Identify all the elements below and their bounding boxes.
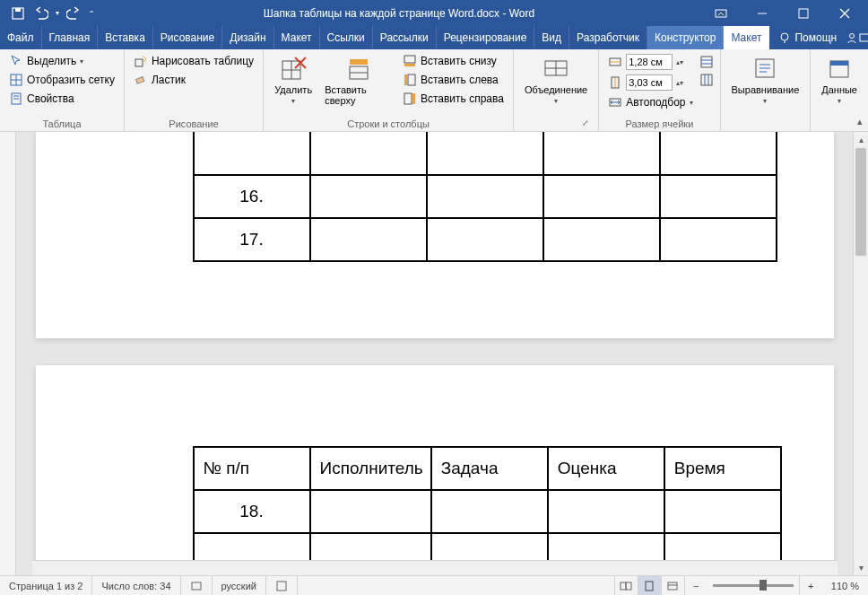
maximize-icon[interactable] xyxy=(784,1,823,26)
group-label: Рисование xyxy=(130,117,257,131)
tab-mailings[interactable]: Рассылки xyxy=(373,26,437,49)
svg-rect-4 xyxy=(799,9,808,18)
insert-left-button[interactable]: Вставить слева xyxy=(399,71,508,89)
account-icon[interactable] xyxy=(858,26,868,49)
svg-rect-58 xyxy=(668,582,677,590)
svg-rect-44 xyxy=(701,74,712,85)
scroll-up-icon[interactable]: ▴ xyxy=(854,132,868,147)
table-row[interactable]: 18. xyxy=(194,490,781,533)
web-layout-button[interactable] xyxy=(661,576,684,596)
tab-design[interactable]: Дизайн xyxy=(222,26,273,49)
distribute-cols-button[interactable] xyxy=(699,72,715,88)
zoom-level-status[interactable]: 110 % xyxy=(822,576,868,595)
svg-rect-32 xyxy=(412,93,415,104)
document-table[interactable]: № п/п Исполнитель Задача Оценка Время 18… xyxy=(193,446,782,575)
macro-status[interactable] xyxy=(266,576,298,595)
tab-layout[interactable]: Макет xyxy=(274,26,320,49)
data-icon xyxy=(825,54,854,83)
insert-above-button[interactable]: Вставить сверху xyxy=(319,52,397,117)
word-count-status[interactable]: Число слов: 34 xyxy=(92,576,180,595)
collapse-ribbon-icon[interactable]: ▴ xyxy=(857,116,863,127)
scroll-thumb[interactable] xyxy=(855,148,866,256)
merge-button[interactable]: Объединение▾ xyxy=(519,52,593,117)
select-button[interactable]: Выделить▾ xyxy=(5,52,118,70)
eraser-button[interactable]: Ластик xyxy=(130,71,257,89)
group-rows-columns: Удалить▾ Вставить сверху Вставить снизу … xyxy=(264,49,514,131)
tab-table-layout[interactable]: Макет xyxy=(724,26,769,49)
tell-me-button[interactable]: Помощн xyxy=(769,26,846,49)
delete-button[interactable]: Удалить▾ xyxy=(269,52,317,117)
zoom-thumb[interactable] xyxy=(760,580,767,591)
document-pages[interactable]: 16. 17. № п/п Исполнитель Задача Оценка … xyxy=(16,132,853,575)
zoom-out-button[interactable]: − xyxy=(684,576,707,596)
properties-button[interactable]: Свойства xyxy=(5,90,118,108)
height-input[interactable] xyxy=(626,54,673,70)
tab-references[interactable]: Ссылки xyxy=(320,26,373,49)
tab-view[interactable]: Вид xyxy=(534,26,569,49)
insert-right-button[interactable]: Вставить справа xyxy=(399,90,508,108)
insert-below-button[interactable]: Вставить снизу xyxy=(399,52,508,70)
undo-dropdown-icon[interactable]: ▾ xyxy=(54,9,61,17)
spell-check-status[interactable] xyxy=(181,576,213,595)
tab-home[interactable]: Главная xyxy=(42,26,99,49)
zoom-slider[interactable] xyxy=(713,584,794,587)
data-button[interactable]: Данные▾ xyxy=(816,52,863,117)
alignment-icon xyxy=(751,54,779,83)
web-layout-icon xyxy=(666,580,679,592)
group-draw: Нарисовать таблицу Ластик Рисование xyxy=(125,49,264,131)
table-row[interactable]: 16. xyxy=(194,175,777,218)
horizontal-scrollbar[interactable] xyxy=(32,560,838,575)
svg-rect-17 xyxy=(135,59,143,66)
tab-review[interactable]: Рецензирование xyxy=(437,26,535,49)
undo-icon[interactable] xyxy=(30,3,52,24)
svg-rect-29 xyxy=(408,74,415,85)
read-mode-button[interactable] xyxy=(614,576,638,596)
qat-customize-icon[interactable]: ⁼ xyxy=(86,9,97,17)
tab-table-design[interactable]: Конструктор xyxy=(647,26,724,49)
scroll-down-icon[interactable]: ▾ xyxy=(854,560,868,575)
save-icon[interactable] xyxy=(7,3,29,24)
height-icon xyxy=(608,55,622,69)
page-number-status[interactable]: Страница 1 из 2 xyxy=(0,576,92,595)
svg-rect-26 xyxy=(350,59,368,65)
print-layout-button[interactable] xyxy=(638,576,661,596)
document-table[interactable]: 16. 17. xyxy=(193,132,777,262)
group-label: ⤢ xyxy=(519,117,593,131)
width-input[interactable] xyxy=(626,74,673,91)
vertical-scrollbar[interactable]: ▴ ▾ xyxy=(853,132,868,575)
svg-rect-18 xyxy=(135,77,143,83)
tab-draw[interactable]: Рисование xyxy=(153,26,222,49)
distribute-rows-button[interactable] xyxy=(699,54,715,70)
autofit-button[interactable]: Автоподбор▾ xyxy=(604,93,696,111)
width-icon xyxy=(608,75,622,90)
table-header-row[interactable]: № п/п Исполнитель Задача Оценка Время xyxy=(194,447,781,490)
tab-developer[interactable]: Разработчик xyxy=(569,26,647,49)
pencil-table-icon xyxy=(134,54,148,68)
col-width-field[interactable]: ▴▾ xyxy=(604,73,696,92)
language-status[interactable]: русский xyxy=(213,576,266,595)
ribbon: Выделить▾ Отобразить сетку Свойства Табл… xyxy=(0,49,868,132)
share-icon[interactable] xyxy=(846,26,858,49)
minimize-icon[interactable] xyxy=(742,1,782,26)
ribbon-display-icon[interactable] xyxy=(701,1,741,26)
table-row[interactable]: 17. xyxy=(194,218,777,261)
draw-table-button[interactable]: Нарисовать таблицу xyxy=(130,52,257,70)
svg-rect-28 xyxy=(404,64,415,66)
alignment-button[interactable]: Выравнивание▾ xyxy=(726,52,805,117)
spellcheck-icon xyxy=(190,580,203,592)
tab-file[interactable]: Файл xyxy=(0,26,42,49)
close-icon[interactable] xyxy=(825,1,864,26)
vertical-ruler[interactable] xyxy=(0,132,16,575)
zoom-in-button[interactable]: + xyxy=(799,576,822,596)
macro-icon xyxy=(275,580,288,592)
row-height-field[interactable]: ▴▾ xyxy=(604,52,696,72)
group-label: Строки и столбцы xyxy=(269,117,508,131)
properties-icon xyxy=(9,92,23,106)
view-gridlines-button[interactable]: Отобразить сетку xyxy=(5,71,118,89)
redo-icon[interactable] xyxy=(63,3,84,24)
table-row[interactable] xyxy=(194,132,777,175)
group-label: Таблица xyxy=(5,117,118,131)
svg-rect-57 xyxy=(646,582,653,591)
dialog-launcher-icon[interactable]: ⤢ xyxy=(580,118,591,129)
tab-insert[interactable]: Вставка xyxy=(98,26,153,49)
